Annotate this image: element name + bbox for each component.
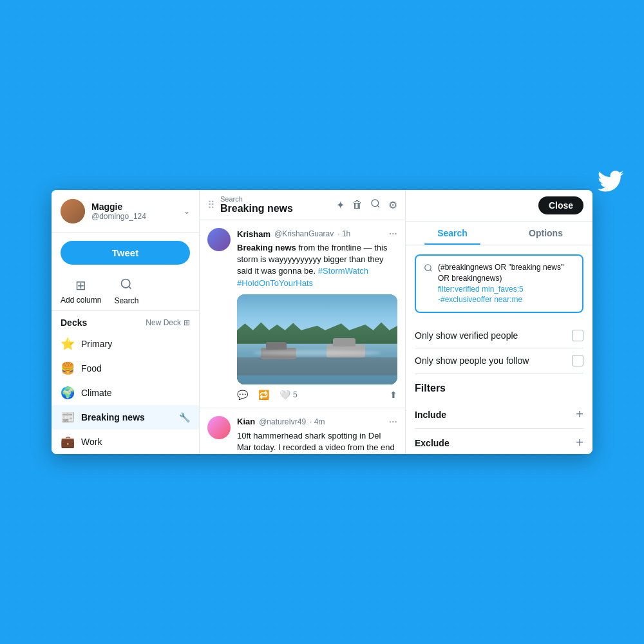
- add-column-action[interactable]: ⊞ Add column: [61, 278, 101, 305]
- right-tabs: Search Options: [406, 222, 592, 245]
- tweet-avatar-2: [207, 416, 231, 439]
- deck-label-primary: Primary: [81, 339, 190, 349]
- sidebar-item-food[interactable]: 🍔 Food: [52, 356, 199, 381]
- tweet-image-1: [237, 294, 397, 384]
- tweet-text-1: Breaking news from the frontline — this …: [237, 242, 397, 289]
- tweet-user-info-1: Krisham @KrishanGuarav · 1h: [237, 229, 350, 239]
- reply-icon: 💬: [237, 390, 248, 400]
- app-container: Maggie @domingo_124 ⌄ Tweet ⊞ Add column…: [52, 190, 592, 454]
- tweet-handle-2: @natureIvr49: [259, 417, 306, 426]
- search-action[interactable]: Search: [114, 278, 138, 305]
- tweet-avatar-1: [207, 228, 231, 251]
- chevron-down-icon[interactable]: ⌄: [184, 207, 190, 216]
- work-icon: 💼: [61, 435, 75, 449]
- svg-point-2: [372, 200, 379, 207]
- exclude-filter-row[interactable]: Exclude +: [415, 429, 583, 454]
- heart-icon: 🤍: [279, 390, 290, 400]
- filter-follow-label: Only show people you follow: [415, 355, 529, 366]
- food-icon: 🍔: [61, 361, 75, 375]
- tweet-more-icon-1[interactable]: ···: [389, 228, 397, 240]
- search-icon: [120, 278, 133, 294]
- search-query-filters: filter:verified min_faves:5-#exclusiveof…: [438, 285, 524, 305]
- sidebar-item-primary[interactable]: ⭐ Primary: [52, 332, 199, 356]
- sidebar: Maggie @domingo_124 ⌄ Tweet ⊞ Add column…: [52, 190, 200, 454]
- feed-header-right: ✦ 🗑 ⚙: [336, 198, 397, 211]
- sidebar-header: Maggie @domingo_124 ⌄: [52, 190, 199, 233]
- like-action-1[interactable]: 🤍 5: [279, 390, 298, 400]
- svg-line-1: [129, 287, 131, 289]
- filter-verified: Only show verified people: [415, 323, 583, 348]
- wrench-icon: 🔧: [179, 412, 190, 422]
- tweet-image-inner: [237, 294, 397, 384]
- twitter-logo-area: [598, 171, 623, 195]
- search-feed-icon[interactable]: [370, 198, 381, 211]
- breaking-news-icon: 📰: [61, 410, 75, 424]
- user-name: Maggie: [91, 202, 146, 212]
- drag-icon[interactable]: ⠿: [207, 199, 215, 211]
- include-filter-row[interactable]: Include +: [415, 401, 583, 429]
- sidebar-item-climate[interactable]: 🌍 Climate: [52, 381, 199, 405]
- road: [237, 357, 397, 375]
- svg-line-3: [377, 205, 379, 207]
- add-column-label: Add column: [61, 296, 101, 305]
- tweet-bold-1: Breaking news: [237, 243, 296, 252]
- trash-icon[interactable]: 🗑: [352, 199, 363, 211]
- like-count-1: 5: [293, 390, 298, 399]
- tab-search[interactable]: Search: [406, 222, 499, 245]
- feed-title: Breaking news: [220, 203, 293, 214]
- new-deck-button[interactable]: New Deck ⊞: [146, 318, 190, 327]
- tweet-hashtag-link-1[interactable]: #StormWatch: [318, 266, 368, 276]
- exclude-plus-icon: +: [576, 435, 583, 450]
- feed: ⠿ Search Breaking news ✦ 🗑 ⚙: [200, 190, 406, 454]
- sparkle-icon[interactable]: ✦: [336, 199, 345, 211]
- right-header: Close: [406, 190, 592, 222]
- new-deck-label: New Deck: [146, 318, 181, 327]
- retweet-action-1[interactable]: 🔁: [258, 390, 269, 400]
- feed-header: ⠿ Search Breaking news ✦ 🗑 ⚙: [200, 190, 405, 220]
- search-query-box[interactable]: (#breakingnews OR "breaking news" OR bre…: [415, 254, 583, 313]
- close-button[interactable]: Close: [538, 196, 583, 214]
- sidebar-item-work[interactable]: 💼 Work: [52, 430, 199, 454]
- tab-options[interactable]: Options: [499, 222, 592, 245]
- tweet-body-2: Kian @natureIvr49 · 4m ··· 10ft hammerhe…: [237, 416, 397, 454]
- decks-header: Decks New Deck ⊞: [52, 311, 199, 332]
- tweet-header-1: Krisham @KrishanGuarav · 1h ···: [237, 228, 397, 240]
- star-icon: ⭐: [61, 337, 75, 351]
- svg-point-4: [425, 265, 431, 270]
- user-info: Maggie @domingo_124: [61, 199, 146, 223]
- tweet-name-2: Kian: [237, 417, 255, 426]
- settings-icon[interactable]: ⚙: [388, 199, 397, 211]
- reply-action-1[interactable]: 💬: [237, 390, 248, 400]
- tweet-card-1: Krisham @KrishanGuarav · 1h ··· Breaking…: [200, 220, 405, 408]
- tweet-time-2: · 4m: [310, 417, 325, 426]
- deck-label-food: Food: [81, 363, 190, 374]
- add-column-icon: ⊞: [75, 278, 86, 293]
- follow-checkbox[interactable]: [572, 355, 583, 366]
- tweet-button[interactable]: Tweet: [61, 241, 190, 265]
- tweet-hashtag-link-2[interactable]: #HoldOnToYourHats: [237, 278, 313, 288]
- tweet-body-1: Krisham @KrishanGuarav · 1h ··· Breaking…: [237, 228, 397, 400]
- right-panel: Close Search Options (#breakingnews OR "…: [406, 190, 592, 454]
- avatar: [61, 199, 85, 223]
- retweet-icon: 🔁: [258, 390, 269, 400]
- sidebar-item-breaking-news[interactable]: 📰 Breaking news 🔧: [52, 405, 199, 430]
- tweet-text-2: 10ft hammerhead shark spotting in Del Ma…: [237, 430, 397, 454]
- share-icon: ⬆: [390, 390, 397, 400]
- search-label: Search: [114, 296, 138, 305]
- filters-section: Filters Include + Exclude +: [415, 383, 583, 454]
- exclude-label: Exclude: [415, 438, 450, 448]
- tweet-handle-1: @KrishanGuarav: [274, 229, 334, 238]
- tweet-more-icon-2[interactable]: ···: [389, 416, 397, 428]
- share-action-1[interactable]: ⬆: [390, 390, 397, 400]
- tweet-header-2: Kian @natureIvr49 · 4m ···: [237, 416, 397, 428]
- svg-line-5: [430, 270, 432, 272]
- search-query-icon: [424, 263, 433, 305]
- deck-label-work: Work: [81, 437, 190, 447]
- tweet-time-1: · 1h: [337, 229, 350, 238]
- tweet-top-2: Kian @natureIvr49 · 4m ··· 10ft hammerhe…: [207, 416, 397, 454]
- deck-list: ⭐ Primary 🍔 Food 🌍 Climate 📰 Breaking ne…: [52, 332, 199, 454]
- include-label: Include: [415, 410, 446, 420]
- filters-title: Filters: [415, 383, 583, 394]
- verified-checkbox[interactable]: [572, 330, 583, 341]
- feed-label: Search: [220, 195, 293, 203]
